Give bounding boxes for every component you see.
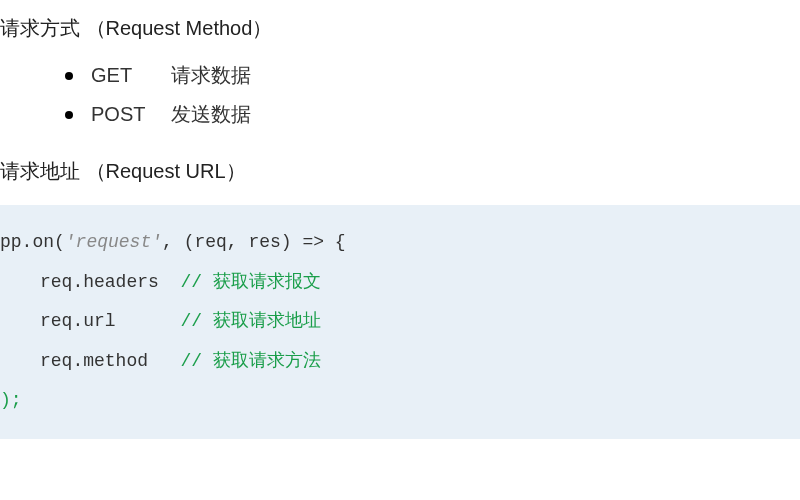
code-block: pp.on('request', (req, res) => { req.hea… — [0, 205, 800, 439]
code-line: req.headers // 获取请求报文 — [0, 263, 800, 303]
method-desc: 请求数据 — [171, 62, 251, 89]
list-item: GET 请求数据 — [65, 62, 800, 89]
method-desc: 发送数据 — [171, 101, 251, 128]
code-line: pp.on('request', (req, res) => { — [0, 223, 800, 263]
request-method-heading: 请求方式 （Request Method） — [0, 15, 800, 42]
code-line: ); — [0, 381, 800, 421]
method-name: POST — [91, 103, 161, 126]
list-item: POST 发送数据 — [65, 101, 800, 128]
request-url-heading: 请求地址 （Request URL） — [0, 158, 800, 185]
method-name: GET — [91, 64, 161, 87]
bullet-icon — [65, 111, 73, 119]
code-line: req.method // 获取请求方法 — [0, 342, 800, 382]
bullet-icon — [65, 72, 73, 80]
method-list: GET 请求数据 POST 发送数据 — [65, 62, 800, 128]
code-line: req.url // 获取请求地址 — [0, 302, 800, 342]
